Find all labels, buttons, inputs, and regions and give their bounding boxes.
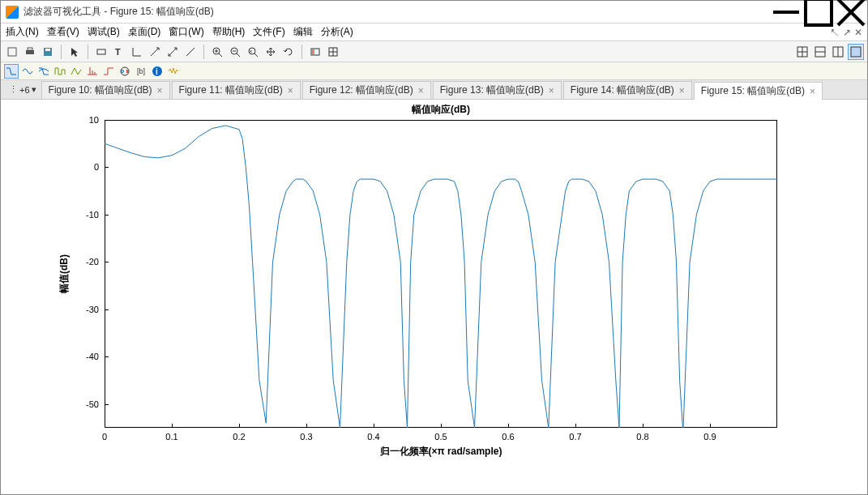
x-tick-label: 0.7 bbox=[569, 432, 581, 442]
tile-4-icon[interactable] bbox=[794, 44, 810, 60]
phase-delay-icon[interactable] bbox=[69, 64, 83, 79]
close-icon[interactable]: × bbox=[679, 85, 685, 96]
menu-aux-buttons: ⭦ ↗ ✕ bbox=[830, 27, 862, 38]
group-delay-icon[interactable] bbox=[53, 64, 67, 79]
rectangle-icon[interactable] bbox=[93, 44, 109, 60]
save-icon[interactable] bbox=[40, 44, 56, 60]
line-icon[interactable] bbox=[182, 44, 199, 60]
tab-figure-13[interactable]: Figure 13: 幅值响应(dB)× bbox=[433, 81, 562, 99]
phase-response-icon[interactable] bbox=[20, 64, 35, 79]
close-icon[interactable]: × bbox=[418, 85, 424, 96]
svg-text:i: i bbox=[156, 67, 158, 76]
close-icon[interactable]: × bbox=[157, 85, 163, 96]
x-tick-label: 0.8 bbox=[636, 432, 648, 442]
tile-1-icon[interactable] bbox=[848, 44, 864, 60]
x-tick-label: 0.5 bbox=[434, 432, 447, 442]
svg-rect-6 bbox=[97, 49, 105, 54]
tab-figure-10[interactable]: Figure 10: 幅值响应(dB)× bbox=[41, 81, 170, 99]
arrow-icon[interactable] bbox=[147, 44, 163, 60]
y-tick-label: -10 bbox=[66, 210, 99, 220]
y-tick-label: -30 bbox=[66, 305, 99, 314]
title-bar: 滤波器可视化工具 - Figure 15: 幅值响应(dB) bbox=[1, 1, 867, 23]
window-title: 滤波器可视化工具 - Figure 15: 幅值响应(dB) bbox=[24, 5, 770, 19]
zoom-in-icon[interactable] bbox=[209, 44, 225, 60]
magnitude-response-icon[interactable] bbox=[4, 64, 19, 79]
tab-overflow-indicator[interactable]: ⋮ +6 ▾ bbox=[4, 80, 41, 99]
round-off-noise-icon[interactable] bbox=[166, 64, 181, 79]
maximize-button[interactable] bbox=[802, 1, 835, 23]
menu-bar: 插入(N) 查看(V) 调试(B) 桌面(D) 窗口(W) 帮助(H) 文件(F… bbox=[1, 23, 867, 41]
print-icon[interactable] bbox=[22, 44, 38, 60]
tab-figure-14[interactable]: Figure 14: 幅值响应(dB)× bbox=[563, 81, 692, 99]
main-toolbar: T x bbox=[1, 41, 867, 62]
x-axis-label: 归一化频率(×π rad/sample) bbox=[105, 445, 777, 459]
close-icon[interactable]: × bbox=[810, 86, 815, 97]
menu-analysis[interactable]: 分析(A) bbox=[321, 25, 353, 39]
impulse-response-icon[interactable] bbox=[85, 64, 100, 79]
minimize-button[interactable] bbox=[770, 1, 802, 23]
y-tick-label: -50 bbox=[66, 399, 99, 409]
new-figure-icon[interactable] bbox=[4, 44, 20, 60]
close-button[interactable] bbox=[835, 1, 867, 23]
mag-phase-icon[interactable] bbox=[36, 64, 51, 79]
y-tick-label: 0 bbox=[66, 162, 99, 172]
x-tick-label: 0.9 bbox=[703, 432, 716, 442]
pan-icon[interactable] bbox=[263, 44, 279, 60]
menu-file[interactable]: 文件(F) bbox=[253, 25, 284, 39]
text-icon[interactable]: T bbox=[111, 44, 127, 60]
x-tick-label: 0.1 bbox=[165, 432, 177, 442]
menu-desktop[interactable]: 桌面(D) bbox=[128, 25, 161, 39]
step-response-icon[interactable] bbox=[101, 64, 116, 79]
undock-icon[interactable]: ↗ bbox=[843, 27, 851, 38]
x-tick-label: 0.2 bbox=[233, 432, 245, 442]
analysis-toolbar: [b] i bbox=[1, 62, 867, 80]
tab-figure-12[interactable]: Figure 12: 幅值响应(dB)× bbox=[302, 81, 431, 99]
figure-area: 幅值响应(dB) 幅值(dB) 归一化频率(×π rad/sample) -50… bbox=[1, 100, 867, 494]
svg-text:[b]: [b] bbox=[137, 67, 145, 75]
legend-icon[interactable] bbox=[307, 44, 323, 60]
tile-h-icon[interactable] bbox=[812, 44, 828, 60]
svg-rect-3 bbox=[28, 48, 32, 50]
close-x-icon[interactable]: ✕ bbox=[854, 27, 862, 38]
close-icon[interactable]: × bbox=[549, 85, 554, 96]
tab-figure-15[interactable]: Figure 15: 幅值响应(dB)× bbox=[694, 82, 823, 100]
pole-zero-icon[interactable] bbox=[118, 64, 132, 79]
tab-figure-11[interactable]: Figure 11: 幅值响应(dB)× bbox=[172, 81, 301, 99]
svg-point-19 bbox=[122, 70, 124, 72]
y-tick-label: -40 bbox=[66, 352, 99, 361]
matlab-logo-icon bbox=[6, 6, 19, 19]
x-tick-label: 0.6 bbox=[502, 432, 514, 442]
y-tick-label: -20 bbox=[66, 257, 99, 267]
menu-edit[interactable]: 编辑 bbox=[293, 25, 313, 39]
grid-icon[interactable] bbox=[325, 44, 341, 60]
x-tick-label: 0.4 bbox=[367, 432, 379, 442]
line-plot bbox=[105, 120, 777, 428]
close-icon[interactable]: × bbox=[288, 85, 293, 96]
tile-v-icon[interactable] bbox=[830, 44, 846, 60]
dock-left-icon[interactable]: ⭦ bbox=[830, 27, 840, 38]
svg-text:T: T bbox=[115, 47, 121, 57]
menu-insert[interactable]: 插入(N) bbox=[6, 25, 39, 39]
double-arrow-icon[interactable] bbox=[165, 44, 181, 60]
menu-view[interactable]: 查看(V) bbox=[47, 25, 79, 39]
pointer-icon[interactable] bbox=[66, 44, 83, 60]
x-tick-label: 0.3 bbox=[300, 432, 312, 442]
filter-coeffs-icon[interactable]: [b] bbox=[134, 64, 148, 79]
window-buttons bbox=[770, 1, 867, 23]
svg-rect-17 bbox=[851, 47, 861, 57]
zoom-out-icon[interactable] bbox=[227, 44, 243, 60]
axes-icon[interactable] bbox=[129, 44, 145, 60]
y-tick-label: 10 bbox=[66, 115, 99, 125]
x-tick-label: 0 bbox=[102, 432, 107, 442]
svg-rect-1 bbox=[8, 48, 16, 56]
menu-help[interactable]: 帮助(H) bbox=[212, 25, 246, 39]
filter-info-icon[interactable]: i bbox=[150, 64, 165, 79]
zoom-x-icon[interactable]: x bbox=[245, 44, 261, 60]
menu-debug[interactable]: 调试(B) bbox=[88, 25, 120, 39]
app-window: 滤波器可视化工具 - Figure 15: 幅值响应(dB) 插入(N) 查看(… bbox=[0, 0, 868, 495]
svg-rect-2 bbox=[26, 50, 34, 54]
plot-title: 幅值响应(dB) bbox=[105, 103, 777, 117]
rotate-icon[interactable] bbox=[280, 44, 297, 60]
menu-window[interactable]: 窗口(W) bbox=[169, 25, 203, 39]
svg-rect-0 bbox=[806, 0, 832, 25]
